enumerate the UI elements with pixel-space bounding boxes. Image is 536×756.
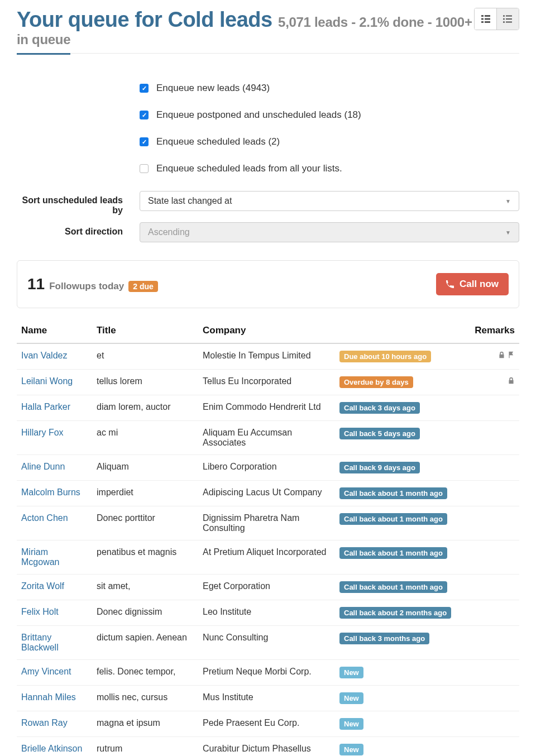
lead-title: et bbox=[92, 343, 198, 370]
lead-title: mollis nec, cursus bbox=[92, 686, 198, 711]
view-toggle bbox=[474, 8, 519, 30]
checkbox-label: Enqueue scheduled leads (2) bbox=[156, 136, 280, 147]
svg-rect-0 bbox=[481, 15, 484, 17]
phone-icon bbox=[446, 280, 455, 289]
table-row: Zorita Wolfsit amet,Eget CorporationCall… bbox=[17, 575, 519, 600]
lead-company: Molestie In Tempus Limited bbox=[198, 343, 335, 370]
lead-title: penatibus et magnis bbox=[92, 540, 198, 575]
svg-rect-7 bbox=[506, 16, 512, 17]
sort-unscheduled-label: Sort unscheduled leads by bbox=[17, 191, 140, 216]
table-row: Brittany Blackwelldictum sapien. AeneanN… bbox=[17, 626, 519, 660]
status-badge: Call back about 1 month ago bbox=[339, 487, 447, 499]
lead-company: At Pretium Aliquet Incorporated bbox=[198, 540, 335, 575]
checkbox-label: Enqueue postponed and unscheduled leads … bbox=[156, 109, 361, 121]
lead-company: Aliquam Eu Accumsan Associates bbox=[198, 421, 335, 455]
status-badge: Call back about 1 month ago bbox=[339, 513, 447, 525]
checkbox-postponed-leads[interactable] bbox=[140, 111, 149, 119]
leads-table: Name Title Company Remarks Ivan Valdezet… bbox=[17, 318, 519, 756]
due-badge: 2 due bbox=[128, 281, 158, 292]
lead-title: tellus lorem bbox=[92, 370, 198, 395]
lead-title: Aliquam bbox=[92, 455, 198, 481]
followups-count: 11 bbox=[27, 275, 45, 293]
status-badge: Call back 5 days ago bbox=[339, 428, 420, 439]
status-badge: New bbox=[339, 667, 363, 678]
table-row: Rowan Raymagna et ipsumPede Praesent Eu … bbox=[17, 711, 519, 737]
lead-company: Curabitur Dictum Phasellus bbox=[198, 737, 335, 757]
lead-name-link[interactable]: Brielle Atkinson bbox=[21, 744, 82, 753]
lead-title: magna et ipsum bbox=[92, 711, 198, 737]
table-row: Malcolm BurnsimperdietAdipiscing Lacus U… bbox=[17, 481, 519, 506]
status-badge: New bbox=[339, 718, 363, 730]
svg-rect-1 bbox=[485, 15, 490, 17]
lock-icon bbox=[498, 351, 505, 358]
th-title: Title bbox=[92, 318, 198, 343]
svg-rect-9 bbox=[506, 18, 512, 20]
status-badge: Due about 10 hours ago bbox=[339, 351, 431, 362]
page-title: Your queue for Cold leads bbox=[17, 8, 272, 31]
svg-rect-4 bbox=[481, 21, 484, 23]
lead-company: Leo Institute bbox=[198, 600, 335, 626]
lead-title: Donec dignissim bbox=[92, 600, 198, 626]
lead-name-link[interactable]: Hillary Fox bbox=[21, 428, 64, 437]
lead-name-link[interactable]: Aline Dunn bbox=[21, 462, 65, 471]
lead-name-link[interactable]: Hannah Miles bbox=[21, 692, 76, 702]
table-row: Acton ChenDonec porttitorDignissim Phare… bbox=[17, 506, 519, 540]
followups-bar: 11 Followups today 2 due Call now bbox=[17, 260, 519, 308]
table-row: Aline DunnAliquamLibero CorporationCall … bbox=[17, 455, 519, 481]
checkbox-all-lists[interactable] bbox=[140, 164, 149, 173]
list-icon bbox=[503, 15, 512, 23]
svg-rect-11 bbox=[506, 22, 512, 23]
lead-name-link[interactable]: Amy Vincent bbox=[21, 667, 71, 676]
chevron-down-icon: ▼ bbox=[505, 198, 511, 204]
lead-name-link[interactable]: Leilani Wong bbox=[21, 376, 73, 386]
table-row: Amy Vincentfelis. Donec tempor,Pretium N… bbox=[17, 660, 519, 686]
select-value: State last changed at bbox=[148, 196, 232, 206]
table-row: Leilani Wongtellus loremTellus Eu Incorp… bbox=[17, 370, 519, 395]
th-remarks: Remarks bbox=[456, 318, 519, 343]
status-badge: Call back 3 months ago bbox=[339, 633, 429, 644]
grid-icon bbox=[481, 15, 490, 23]
lead-company: Libero Corporation bbox=[198, 455, 335, 481]
lead-company: Pretium Neque Morbi Corp. bbox=[198, 660, 335, 686]
table-row: Hillary Foxac miAliquam Eu Accumsan Asso… bbox=[17, 421, 519, 455]
sort-unscheduled-select[interactable]: State last changed at ▼ bbox=[140, 191, 519, 211]
lead-name-link[interactable]: Ivan Valdez bbox=[21, 351, 67, 360]
lock-icon bbox=[508, 377, 515, 384]
checkbox-label: Enqueue new leads (4943) bbox=[156, 83, 270, 94]
lead-name-link[interactable]: Malcolm Burns bbox=[21, 487, 80, 497]
lead-name-link[interactable]: Miriam Mcgowan bbox=[21, 547, 59, 567]
status-badge: Call back 9 days ago bbox=[339, 462, 420, 473]
call-now-button[interactable]: Call now bbox=[436, 273, 509, 295]
view-grid-button[interactable] bbox=[475, 8, 496, 30]
svg-rect-5 bbox=[485, 21, 490, 23]
remarks-icons bbox=[498, 351, 515, 358]
view-list-button[interactable] bbox=[497, 8, 519, 30]
lead-name-link[interactable]: Zorita Wolf bbox=[21, 581, 64, 591]
lead-name-link[interactable]: Rowan Ray bbox=[21, 718, 68, 728]
th-company: Company bbox=[198, 318, 335, 343]
lead-company: Enim Commodo Hendrerit Ltd bbox=[198, 395, 335, 421]
followups-text: Followups today bbox=[49, 281, 124, 292]
table-row: Ivan ValdezetMolestie In Tempus LimitedD… bbox=[17, 343, 519, 370]
status-badge: Call back 3 days ago bbox=[339, 402, 420, 414]
checkbox-new-leads[interactable] bbox=[140, 84, 149, 93]
lead-company: Tellus Eu Incorporated bbox=[198, 370, 335, 395]
lead-name-link[interactable]: Halla Parker bbox=[21, 402, 70, 412]
table-row: Halla Parkerdiam lorem, auctorEnim Commo… bbox=[17, 395, 519, 421]
lead-title: imperdiet bbox=[92, 481, 198, 506]
flag-icon bbox=[508, 351, 515, 358]
table-row: Hannah Milesmollis nec, cursusMus Instit… bbox=[17, 686, 519, 711]
table-row: Brielle AtkinsonrutrumCurabitur Dictum P… bbox=[17, 737, 519, 757]
svg-rect-2 bbox=[481, 18, 484, 20]
chevron-down-icon: ▼ bbox=[505, 229, 511, 236]
lead-company: Eget Corporation bbox=[198, 575, 335, 600]
svg-point-10 bbox=[503, 21, 505, 23]
checkbox-scheduled-leads[interactable] bbox=[140, 137, 149, 146]
remarks-icons bbox=[508, 377, 515, 384]
sort-direction-select[interactable]: Ascending ▼ bbox=[140, 222, 519, 242]
status-badge: Overdue by 8 days bbox=[339, 376, 413, 388]
lead-company: Pede Praesent Eu Corp. bbox=[198, 711, 335, 737]
lead-name-link[interactable]: Acton Chen bbox=[21, 513, 68, 523]
lead-name-link[interactable]: Felix Holt bbox=[21, 607, 59, 616]
lead-name-link[interactable]: Brittany Blackwell bbox=[21, 633, 59, 652]
